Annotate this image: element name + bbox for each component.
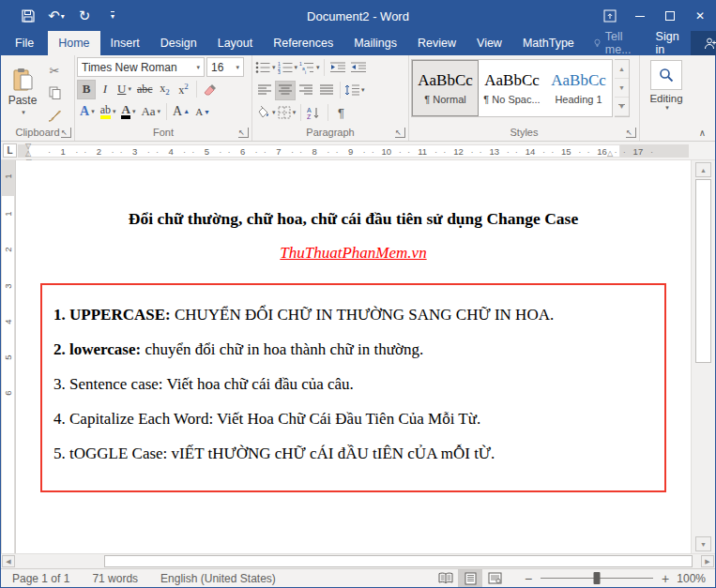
scroll-up-icon[interactable]: ▲ (695, 162, 711, 177)
font-size-combobox[interactable]: 16▾ (206, 57, 244, 77)
minimize-button[interactable] (625, 1, 655, 31)
read-mode-button[interactable] (434, 569, 458, 587)
editing-dropdown-icon[interactable]: ▾ (665, 104, 669, 112)
close-button[interactable]: ✕ (685, 1, 715, 31)
superscript-button[interactable]: x2 (175, 80, 193, 99)
numbering-dropdown-icon[interactable]: ▾ (295, 64, 298, 71)
sort-button[interactable]: AZ (304, 103, 325, 123)
paste-dropdown-icon[interactable]: ▾ (22, 109, 25, 116)
scroll-down-icon[interactable]: ▼ (695, 536, 711, 551)
text-effects-button[interactable]: A▾ (77, 102, 98, 122)
tab-design[interactable]: Design (150, 31, 207, 55)
subscript-button[interactable]: x2 (156, 80, 175, 99)
bullets-dropdown-icon[interactable]: ▾ (272, 64, 276, 71)
redo-button[interactable]: ↻ (70, 3, 99, 29)
cut-button[interactable]: ✂ (44, 61, 65, 80)
bullets-button[interactable]: ▾ (254, 58, 277, 78)
zoom-slider[interactable] (541, 578, 653, 579)
underline-button[interactable]: U▾ (114, 80, 134, 99)
language-status[interactable]: English (United States) (149, 572, 287, 585)
word-count-status[interactable]: 71 words (81, 572, 149, 585)
shading-dropdown-icon[interactable]: ▾ (272, 109, 276, 116)
ribbon-display-options-button[interactable] (595, 1, 625, 31)
change-case-dropdown-icon[interactable]: ▾ (158, 108, 161, 115)
decrease-indent-button[interactable] (328, 58, 348, 78)
page-count-status[interactable]: Page 1 of 1 (1, 572, 81, 585)
font-size-dropdown-icon[interactable]: ▾ (232, 64, 239, 71)
style-heading1[interactable]: AaBbCc Heading 1 (545, 60, 612, 116)
tab-references[interactable]: References (263, 31, 343, 55)
font-family-dropdown-icon[interactable]: ▾ (192, 64, 200, 71)
zoom-in-button[interactable]: + (657, 571, 674, 586)
style-normal[interactable]: AaBbCc ¶ Normal (412, 60, 479, 116)
tab-insert[interactable]: Insert (100, 31, 150, 55)
sign-in-button[interactable]: Sign in (645, 31, 691, 55)
tab-selector[interactable]: L (3, 143, 17, 158)
copy-button[interactable] (44, 83, 65, 102)
style-no-spacing[interactable]: AaBbCc ¶ No Spac... (479, 60, 545, 116)
line-spacing-dropdown-icon[interactable]: ▾ (361, 86, 365, 94)
print-layout-button[interactable] (458, 569, 482, 587)
tab-home[interactable]: Home (48, 31, 99, 55)
justify-button[interactable] (316, 81, 337, 100)
paragraph-dialog-launcher-icon[interactable]: ↘ (395, 128, 405, 138)
align-center-button[interactable] (275, 81, 296, 100)
change-case-button[interactable]: Aa▾ (138, 102, 163, 122)
grow-font-button[interactable]: A▲ (170, 102, 192, 122)
bold-button[interactable]: B (77, 80, 96, 99)
collapse-ribbon-icon[interactable]: ∧ (699, 128, 706, 138)
line-spacing-button[interactable]: ▾ (343, 81, 366, 100)
format-painter-button[interactable] (44, 106, 65, 125)
share-button[interactable]: Share (691, 31, 716, 55)
increase-indent-button[interactable] (348, 58, 369, 78)
zoom-slider-thumb[interactable] (594, 572, 601, 584)
customize-qat-button[interactable]: ▾ (99, 3, 127, 29)
editing-button[interactable] (650, 60, 682, 90)
tab-mathtype[interactable]: MathType (512, 31, 585, 55)
highlight-dropdown-icon[interactable]: ▾ (113, 108, 116, 115)
tab-view[interactable]: View (466, 31, 512, 55)
tab-file[interactable]: File (1, 31, 48, 55)
highlight-color-button[interactable]: ab▾ (98, 102, 119, 122)
tell-me-box[interactable]: Tell me... (585, 31, 645, 55)
styles-dialog-launcher-icon[interactable]: ↘ (626, 128, 636, 138)
italic-button[interactable]: I (96, 80, 114, 99)
styles-scroll-up-icon[interactable]: ▲ (615, 60, 629, 79)
tab-layout[interactable]: Layout (207, 31, 264, 55)
shrink-font-button[interactable]: A▼ (192, 102, 213, 122)
maximize-button[interactable] (655, 1, 685, 31)
zoom-percent-label[interactable]: 100% (674, 572, 715, 585)
show-hide-pilcrow-button[interactable]: ¶ (331, 103, 352, 123)
zoom-out-button[interactable]: − (520, 571, 537, 586)
strikethrough-button[interactable]: abc (134, 80, 156, 99)
undo-dropdown-icon[interactable]: ▾ (61, 12, 65, 21)
web-layout-button[interactable] (482, 569, 507, 587)
tab-mailings[interactable]: Mailings (343, 31, 407, 55)
styles-scroll-down-icon[interactable]: ▼ (615, 79, 629, 98)
right-indent-marker[interactable]: △ (607, 150, 613, 158)
borders-button[interactable]: ▾ (277, 103, 297, 123)
scroll-right-icon[interactable]: ▶ (701, 555, 714, 567)
document-page[interactable]: Đổi chữ thường, chữ hoa, chữ cái đầu tiê… (15, 160, 691, 553)
underline-dropdown-icon[interactable]: ▾ (128, 85, 131, 93)
styles-more-icon[interactable]: ▼ (615, 98, 629, 116)
font-dialog-launcher-icon[interactable]: ↘ (238, 128, 249, 138)
vertical-scrollbar[interactable]: ▲ ▼ (691, 160, 715, 553)
multilevel-dropdown-icon[interactable]: ▾ (316, 64, 320, 71)
text-effects-dropdown-icon[interactable]: ▾ (91, 108, 95, 115)
multilevel-list-button[interactable]: 1ai ▾ (298, 58, 321, 78)
undo-button[interactable]: ↶▾ (42, 3, 70, 29)
save-icon[interactable] (14, 3, 42, 29)
align-left-button[interactable] (254, 81, 275, 100)
horizontal-scroll-thumb[interactable] (104, 555, 693, 567)
scroll-left-icon[interactable]: ◀ (2, 555, 15, 567)
horizontal-scrollbar[interactable]: ◀ ▶ (1, 553, 715, 568)
borders-dropdown-icon[interactable]: ▾ (293, 109, 297, 116)
clipboard-dialog-launcher-icon[interactable]: ↘ (61, 128, 71, 138)
vertical-scroll-thumb[interactable] (695, 179, 711, 363)
horizontal-ruler[interactable]: 1234567891011121314151617 ▽ △ ▭ △ (18, 144, 689, 158)
vertical-ruler[interactable]: 1 123456 (1, 160, 15, 553)
numbering-button[interactable]: 123 ▾ (277, 58, 299, 78)
font-color-dropdown-icon[interactable]: ▾ (132, 108, 136, 115)
paste-button[interactable]: Paste ▾ (3, 57, 42, 126)
